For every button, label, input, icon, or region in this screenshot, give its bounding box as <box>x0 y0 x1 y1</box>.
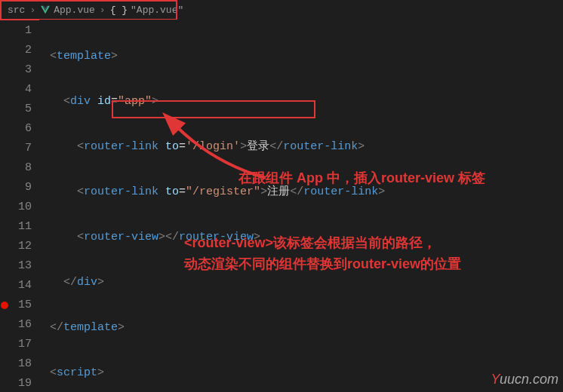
line-number: 19 <box>9 374 32 392</box>
code-line: <router-view></router-view> <box>39 228 563 247</box>
line-number: 11 <box>9 217 32 237</box>
code-line: <router-link to='/login'>登录</router-link… <box>39 137 563 157</box>
line-number: 6 <box>9 119 32 139</box>
code-line: </template> <box>39 318 563 338</box>
line-number: 4 <box>9 80 32 100</box>
breadcrumb: src › App.vue › { } "App.vue" <box>0 0 563 20</box>
line-number: 13 <box>9 256 32 276</box>
chevron-right-icon: › <box>28 5 37 16</box>
editor: 1 2 3 4 5 6 7 8 9 10 11 12 13 14 15 16 1… <box>0 20 563 392</box>
line-number: 16 <box>9 315 32 335</box>
vue-icon <box>40 5 51 15</box>
code-line: </div> <box>39 273 563 292</box>
line-number: 3 <box>9 60 32 80</box>
line-number: 18 <box>9 354 32 374</box>
braces-icon: { } <box>110 5 128 16</box>
breakpoint-icon[interactable] <box>1 302 8 309</box>
chevron-right-icon: › <box>98 5 107 16</box>
line-number: 7 <box>9 139 32 158</box>
breadcrumb-seg-symbol[interactable]: "App.vue" <box>131 5 183 16</box>
breadcrumb-seg-file[interactable]: App.vue <box>54 5 95 16</box>
breadcrumb-seg-src[interactable]: src <box>8 5 25 16</box>
line-number: 14 <box>9 276 32 296</box>
annotation-text: 动态渲染不同的组件替换到router-view的位置 <box>184 255 461 273</box>
line-number: 5 <box>9 100 32 119</box>
line-number-gutter: 1 2 3 4 5 6 7 8 9 10 11 12 13 14 15 16 1… <box>9 20 39 392</box>
line-number: 12 <box>9 237 32 256</box>
line-number: 9 <box>9 178 32 198</box>
line-number: 10 <box>9 198 32 217</box>
code-line: <div id="app"> <box>39 92 563 112</box>
breakpoint-gutter[interactable] <box>0 20 9 392</box>
line-number: 2 <box>9 41 32 60</box>
code-area[interactable]: <template> <div id="app"> <router-link t… <box>39 20 563 392</box>
line-number: 15 <box>9 296 32 315</box>
code-line: <router-link to="/register">注册</router-l… <box>39 182 563 202</box>
line-number: 8 <box>9 158 32 178</box>
line-number: 1 <box>9 21 32 41</box>
code-line: <template> <box>39 47 563 66</box>
code-line: <script> <box>39 363 563 383</box>
line-number: 17 <box>9 335 32 354</box>
